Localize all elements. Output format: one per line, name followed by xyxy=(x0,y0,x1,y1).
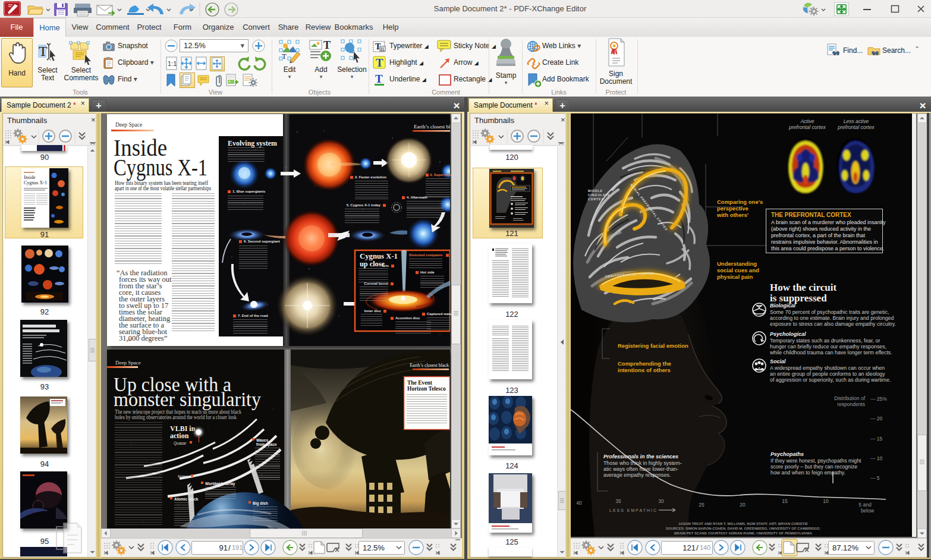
svg-text:15: 15 xyxy=(782,498,788,504)
svg-text:20: 20 xyxy=(740,502,746,508)
svg-text:exposure to stress can also da: exposure to stress can also damage empat… xyxy=(770,321,896,327)
svg-text:Psychopaths: Psychopaths xyxy=(770,451,804,457)
svg-text:Deep Space: Deep Space xyxy=(115,360,141,366)
svg-text:Biological: Biological xyxy=(770,303,796,309)
svg-text:this area could predispose a p: this area could predispose a person to v… xyxy=(771,246,885,251)
svg-text:Comprehending the: Comprehending the xyxy=(618,360,671,367)
svg-text:Understanding: Understanding xyxy=(717,260,757,267)
svg-text:Comparing one's: Comparing one's xyxy=(717,199,763,205)
svg-text:Temporary states such as drunk: Temporary states such as drunkenness, fe… xyxy=(770,338,880,344)
svg-text:Noise: Noise xyxy=(178,474,188,479)
svg-text:prefrontal cortex: prefrontal cortex xyxy=(837,124,875,130)
svg-text:121: 121 xyxy=(682,543,696,552)
svg-text:of aggression or superiority,: of aggression or superiority, such as du… xyxy=(770,377,891,383)
svg-text:MIDDLE: MIDDLE xyxy=(588,189,603,193)
svg-text:Distribution of: Distribution of xyxy=(834,395,866,401)
svg-text:action: action xyxy=(170,432,189,440)
svg-text:Inside: Inside xyxy=(24,175,36,180)
svg-text:91: 91 xyxy=(219,543,228,552)
svg-text:35: 35 xyxy=(615,498,621,504)
svg-text:an entire group of people conf: an entire group of people conforms to an… xyxy=(770,371,885,377)
svg-text:BRAIN PET SCANS COURTESY ADRIA: BRAIN PET SCANS COURTESY ADRIAN RAINE, U… xyxy=(674,531,813,535)
svg-text:How the circuit: How the circuit xyxy=(770,282,836,293)
svg-text:If they were honest, psychopat: If they were honest, psychopaths might xyxy=(770,458,861,464)
svg-text:prefrontal cortex: prefrontal cortex xyxy=(788,124,826,130)
svg-text:prefrontal cortex, a part of t: prefrontal cortex, a part of the brain t… xyxy=(771,232,866,238)
svg-text:score poorly – but they can re: score poorly – but they can recognize xyxy=(770,464,857,470)
svg-text:Registering facial emotion: Registering facial emotion xyxy=(618,342,688,349)
svg-text:31,000 degrees”: 31,000 degrees” xyxy=(119,334,167,342)
svg-text:respondents: respondents xyxy=(837,401,865,407)
svg-text:Atomic clock: Atomic clock xyxy=(174,497,199,501)
svg-text:Deep Space: Deep Space xyxy=(115,122,142,128)
svg-text:CINGULATE: CINGULATE xyxy=(588,193,610,197)
svg-text:5 and: 5 and xyxy=(858,502,872,508)
svg-text:Earth’s closest black: Earth’s closest black xyxy=(410,363,449,368)
svg-text:191: 191 xyxy=(232,544,243,551)
svg-text:restrains impulsive behavior.: restrains impulsive behavior. Abnormalit… xyxy=(771,239,878,245)
svg-text:social cues and: social cues and xyxy=(717,267,759,273)
svg-text:physical pain: physical pain xyxy=(717,273,753,280)
svg-text:holes by uniting observatories: holes by uniting observatories around th… xyxy=(115,414,237,420)
svg-text:Some 70 percent of psychopathi: Some 70 percent of psychopathic traits a… xyxy=(770,309,889,315)
svg-text:— 5: — 5 xyxy=(870,475,880,481)
svg-text:Professionals in the sciences: Professionals in the sciences xyxy=(603,454,678,460)
svg-text:apart in one of the most volat: apart in one of the most volatile stella… xyxy=(115,185,211,191)
svg-text:LESS EMPATHIC: LESS EMPATHIC xyxy=(609,508,658,512)
svg-text:— 20: — 20 xyxy=(870,416,883,421)
svg-text:94: 94 xyxy=(128,338,132,342)
svg-text:1:1: 1:1 xyxy=(168,60,177,67)
svg-text:140: 140 xyxy=(700,544,710,551)
svg-text:how and when to feign empathy.: how and when to feign empathy. xyxy=(770,470,845,476)
svg-text:Active: Active xyxy=(800,118,814,124)
svg-text:30: 30 xyxy=(658,498,664,504)
svg-text:T: T xyxy=(376,56,383,69)
svg-text:Cygnus X-1: Cygnus X-1 xyxy=(24,180,47,185)
svg-text:25: 25 xyxy=(699,502,704,508)
svg-text:CORTEX: CORTEX xyxy=(588,197,603,201)
svg-text:40: 40 xyxy=(576,500,582,506)
svg-text:atic ways often have lower-tha: atic ways often have lower-than- xyxy=(603,466,678,472)
svg-text:according to one estimate. Bra: according to one estimate. Brain injury … xyxy=(770,315,894,321)
svg-text:Social: Social xyxy=(770,358,786,364)
svg-text:hunger can briefly reduce our: hunger can briefly reduce our empathy re… xyxy=(770,344,886,350)
svg-text:while childhood trauma can hav: while childhood trauma can have longer t… xyxy=(769,350,892,355)
svg-text:Quasar: Quasar xyxy=(174,441,187,446)
svg-text:Big dish: Big dish xyxy=(253,501,268,506)
svg-text:Less active: Less active xyxy=(844,118,869,124)
svg-text:— 10: — 10 xyxy=(870,455,883,461)
svg-text:intentions of others: intentions of others xyxy=(618,367,671,373)
svg-text:Waves: Waves xyxy=(256,438,269,442)
svg-text:average empathy responses.: average empathy responses. xyxy=(603,472,671,478)
svg-text:/: / xyxy=(228,543,231,552)
svg-text:A widespread empathy shutdown: A widespread empathy shutdown can occur … xyxy=(770,365,885,371)
svg-text:JASON TREAT AND RYAN T. WILLIA: JASON TREAT AND RYAN T. WILLIAMS, NGM ST… xyxy=(678,522,808,526)
svg-text:(above right) shows reduced ac: (above right) shows reduced activity in … xyxy=(771,226,871,232)
svg-text:T: T xyxy=(323,39,331,51)
svg-text:Cygnus X-1: Cygnus X-1 xyxy=(114,153,207,181)
svg-text:12.5%: 12.5% xyxy=(363,543,385,552)
svg-text:/: / xyxy=(696,543,699,552)
svg-text:Cygnus X-1: Cygnus X-1 xyxy=(360,252,398,260)
svg-text:Worldwide array: Worldwide array xyxy=(205,482,235,486)
svg-text:monster singularity: monster singularity xyxy=(114,388,261,410)
svg-text:10: 10 xyxy=(823,498,829,504)
svg-text:87.12%: 87.12% xyxy=(832,543,859,552)
svg-text:with others': with others' xyxy=(716,212,748,218)
svg-text:— 25%: — 25% xyxy=(870,396,887,402)
svg-text:THE PREFRONTAL CORTEX: THE PREFRONTAL CORTEX xyxy=(771,212,851,218)
svg-text:T: T xyxy=(375,73,383,85)
svg-text:below: below xyxy=(861,508,875,514)
svg-text:— 15: — 15 xyxy=(870,436,883,442)
svg-text:perspective: perspective xyxy=(717,205,748,212)
svg-text:Psychological: Psychological xyxy=(770,331,806,337)
svg-text:Earth’s closest black: Earth’s closest black xyxy=(414,124,450,130)
svg-text:SOURCES: SIMON BARON-COHEN, DA: SOURCES: SIMON BARON-COHEN, DAVID M. GRE… xyxy=(666,527,820,530)
svg-text:A brain scan of a murderer who: A brain scan of a murderer who pleaded i… xyxy=(771,219,886,225)
svg-text:from space: from space xyxy=(256,442,277,447)
svg-text:T: T xyxy=(282,52,287,61)
svg-text:Evolving system: Evolving system xyxy=(228,139,277,147)
svg-text:Those who think in highly syst: Those who think in highly system- xyxy=(603,460,682,466)
svg-text:T: T xyxy=(39,43,48,59)
svg-text:The Event: The Event xyxy=(407,380,433,386)
